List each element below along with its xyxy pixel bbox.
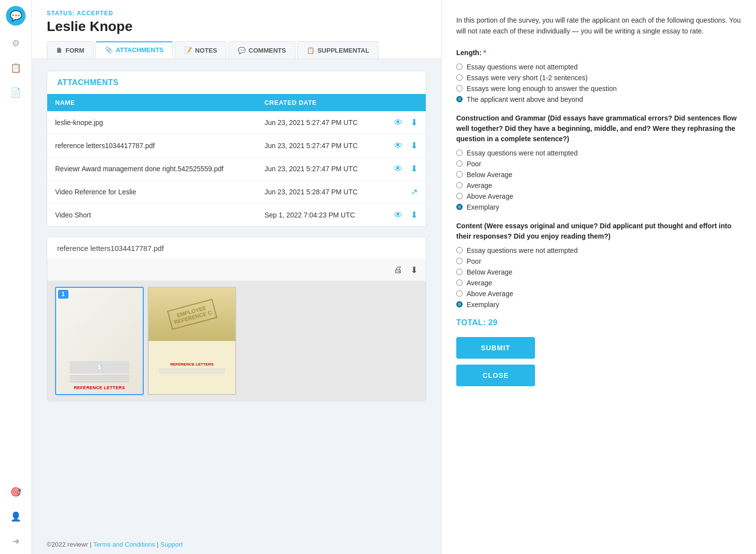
radio-exemplary-construction[interactable] [456, 204, 463, 210]
radio-option: Average [456, 279, 741, 287]
radio-label: Below Average [467, 268, 512, 276]
download-icon[interactable]: ⬇ [410, 117, 418, 128]
tab-form[interactable]: 🗎 FORM [47, 41, 94, 59]
download-icon[interactable]: ⬇ [410, 210, 418, 220]
table-row: Video Reference for Leslie Jun 23, 2021 … [47, 181, 426, 204]
radio-option: Below Average [456, 268, 741, 276]
radio-very-short-length[interactable] [456, 74, 463, 81]
radio-above-average-content[interactable] [456, 290, 463, 297]
radio-long-enough-length[interactable] [456, 85, 463, 92]
file-date: Jun 23, 2021 5:27:47 PM UTC [256, 111, 380, 134]
radio-poor-construction[interactable] [456, 160, 463, 167]
file-date: Jun 23, 2021 5:28:47 PM UTC [256, 181, 380, 204]
support-link[interactable]: Support [160, 541, 183, 548]
radio-option: Essay questions were not attempted [456, 246, 741, 254]
preview-filename: reference letters1034417787.pdf [47, 237, 426, 260]
radio-average-content[interactable] [456, 279, 463, 286]
radio-label: Essays were long enough to answer the qu… [467, 85, 617, 92]
tab-notes[interactable]: 📝 NOTES [175, 41, 226, 59]
radio-not-attempted-length[interactable] [456, 63, 463, 70]
preview-card: reference letters1034417787.pdf 🖨 ⬇ 1 📄 [47, 237, 426, 401]
logo-icon: 💬 [10, 10, 22, 22]
tab-supplemental-icon: 📋 [307, 47, 315, 54]
separator: | [157, 541, 160, 548]
tab-supplemental-label: SUPPLEMENTAL [317, 47, 369, 54]
radio-exemplary-content[interactable] [456, 301, 463, 308]
file-actions: 👁 ⬇ [380, 204, 426, 227]
status-prefix: STATUS: [47, 10, 75, 17]
download-preview-icon[interactable]: ⬇ [410, 265, 418, 276]
view-icon[interactable]: 👁 [394, 164, 403, 174]
radio-label: Above Average [467, 290, 513, 298]
radio-option: Poor [456, 257, 741, 265]
table-row: reference letters1034417787.pdf Jun 23, … [47, 134, 426, 157]
question-length: Length: * [456, 48, 741, 58]
thumb-inner: 📄 REFERENCE LETTERS [56, 288, 143, 394]
radio-label: Exemplary [467, 301, 499, 308]
settings-icon[interactable]: ⚙ [9, 36, 23, 50]
tab-attachments[interactable]: 📎 ATTACHMENTS [95, 41, 173, 59]
radio-above-beyond-length[interactable] [456, 96, 463, 102]
attachments-table: NAME CREATED DATE leslie-knope.jpg Jun 2… [47, 94, 426, 226]
file-actions: 👁 ⬇ [380, 134, 426, 157]
col-name: NAME [47, 94, 256, 111]
radio-not-attempted-content[interactable] [456, 247, 463, 253]
clipboard-icon[interactable]: 📋 [9, 61, 23, 75]
tab-comments-label: COMMENTS [249, 47, 286, 54]
radio-option: Poor [456, 160, 741, 168]
radio-option: Below Average [456, 171, 741, 179]
radio-option: Above Average [456, 290, 741, 298]
file-name: reference letters1034417787.pdf [47, 134, 256, 157]
tab-attachments-label: ATTACHMENTS [116, 46, 163, 54]
tab-comments[interactable]: 💬 COMMENTS [228, 41, 295, 59]
radio-average-construction[interactable] [456, 182, 463, 188]
radio-option: Essay questions were not attempted [456, 149, 741, 157]
thumb2-watermark: EMPLOYEEREFERENCE C [167, 299, 217, 330]
table-header-row: NAME CREATED DATE [47, 94, 426, 111]
logout-icon[interactable]: ➜ [9, 534, 23, 548]
target-icon[interactable]: 🎯 [9, 485, 23, 499]
external-link-icon[interactable]: ↗ [410, 186, 418, 197]
file-actions: ↗ [380, 181, 426, 204]
thumbnail-1[interactable]: 1 📄 REFERENCE LETTERS [55, 287, 144, 395]
radio-not-attempted-construction[interactable] [456, 150, 463, 156]
download-icon[interactable]: ⬇ [410, 163, 418, 174]
document-icon[interactable]: 📄 [9, 86, 23, 99]
applicant-name: Leslie Knope [47, 19, 426, 34]
survey-intro: In this portion of the survey, you will … [456, 15, 741, 37]
view-icon[interactable]: 👁 [394, 210, 403, 220]
thumb2-content: EMPLOYEEREFERENCE C REFERENCE LETTERS [149, 288, 235, 394]
radio-below-average-construction[interactable] [456, 171, 463, 178]
status-value: ACCEPTED [77, 10, 113, 17]
view-icon[interactable]: 👁 [394, 141, 403, 151]
radio-below-average-content[interactable] [456, 269, 463, 275]
radio-label: Poor [467, 160, 481, 168]
view-icon[interactable]: 👁 [394, 118, 403, 128]
submit-button[interactable]: SUBMIT [456, 337, 535, 359]
col-actions [380, 94, 426, 111]
right-panel: In this portion of the survey, you will … [441, 0, 756, 554]
file-name: Reviewr Award management done right.5425… [47, 157, 256, 181]
terms-link[interactable]: Terms and Conditions [93, 541, 155, 548]
file-actions: 👁 ⬇ [380, 157, 426, 181]
radio-label: Poor [467, 257, 481, 265]
radio-above-average-construction[interactable] [456, 193, 463, 199]
col-created: CREATED DATE [256, 94, 380, 111]
tab-attachments-icon: 📎 [105, 46, 113, 54]
radio-option: The applicant went above and beyond [456, 95, 741, 103]
question-construction: Construction and Grammar (Did essays hav… [456, 113, 741, 144]
radio-option: Average [456, 182, 741, 189]
required-mark: * [483, 49, 486, 57]
radio-poor-content[interactable] [456, 258, 463, 264]
thumbnail-2[interactable]: EMPLOYEEREFERENCE C REFERENCE LETTERS [148, 287, 236, 395]
tab-supplemental[interactable]: 📋 SUPPLEMENTAL [297, 41, 378, 59]
user-icon[interactable]: 👤 [9, 510, 23, 523]
radio-option: Essays were long enough to answer the qu… [456, 85, 741, 92]
print-icon[interactable]: 🖨 [394, 265, 403, 276]
tab-comments-icon: 💬 [238, 47, 246, 54]
close-button[interactable]: CLOSE [456, 365, 535, 386]
logo[interactable]: 💬 [6, 6, 26, 26]
thumb1-title: REFERENCE LETTERS [74, 385, 125, 390]
download-icon[interactable]: ⬇ [410, 140, 418, 151]
thumb-number: 1 [58, 290, 68, 299]
